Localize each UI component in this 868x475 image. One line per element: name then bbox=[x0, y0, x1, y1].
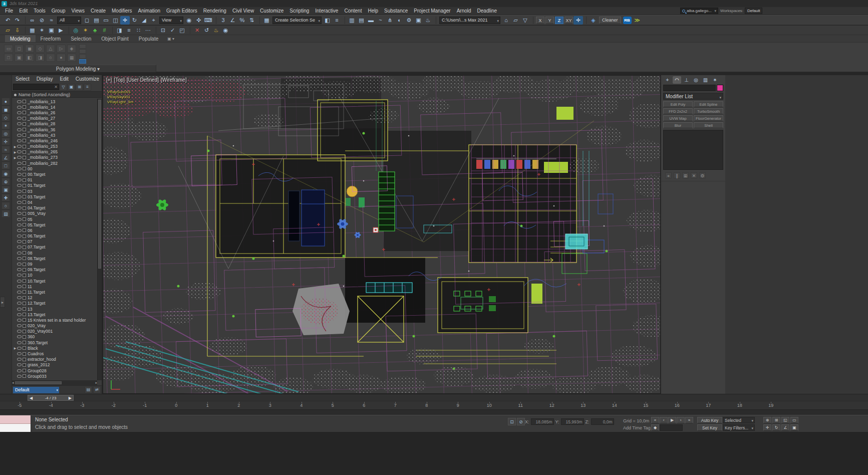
select-and-manipulate-icon[interactable]: ✜ bbox=[194, 16, 203, 25]
project-folder-icon[interactable]: ⌂ bbox=[501, 16, 511, 25]
menu-item[interactable]: Graph Editors bbox=[163, 7, 200, 15]
scene-object-row[interactable]: ▶ Black bbox=[12, 345, 97, 351]
object-name-field[interactable] bbox=[663, 85, 716, 91]
visibility-eye-icon[interactable] bbox=[17, 319, 22, 322]
visibility-eye-icon[interactable] bbox=[17, 218, 22, 221]
remove-modifier-icon[interactable]: ✕ bbox=[691, 172, 697, 178]
display-panel-toggle-icon[interactable]: ▤ bbox=[85, 386, 92, 393]
display-geometry-icon[interactable]: ◼ bbox=[2, 106, 10, 113]
scene-object-row[interactable]: 020_Vray bbox=[12, 323, 97, 329]
modify-tab-icon[interactable]: ◠ bbox=[673, 76, 681, 84]
add-time-tag[interactable]: Add Time Tag bbox=[623, 425, 651, 430]
scene-object-row[interactable]: _mobiliario_14 bbox=[12, 104, 97, 110]
pin-stack-icon[interactable]: ⌖ bbox=[665, 172, 672, 178]
expand-arrow-icon[interactable]: ▶ bbox=[13, 145, 17, 148]
schematic-view-icon[interactable]: ⋔ bbox=[385, 16, 395, 25]
visibility-eye-icon[interactable] bbox=[17, 363, 22, 366]
subobject-level-icon[interactable] bbox=[79, 49, 86, 54]
visibility-eye-icon[interactable] bbox=[17, 223, 22, 226]
scroll-right-icon[interactable]: ▸ bbox=[95, 381, 97, 385]
scene-object-row[interactable]: Group033 bbox=[12, 373, 97, 379]
scene-object-row[interactable]: Group028 bbox=[12, 368, 97, 373]
expand-arrow-icon[interactable]: ▶ bbox=[13, 150, 17, 154]
scene-object-row[interactable]: 00.Target bbox=[12, 171, 97, 177]
window-crossing-toggle-icon[interactable]: ◫ bbox=[111, 16, 120, 25]
visibility-eye-icon[interactable] bbox=[17, 145, 22, 148]
undo-icon[interactable]: ↶ bbox=[3, 16, 13, 25]
go-to-start-button[interactable]: « bbox=[651, 417, 659, 423]
curve-editor-icon[interactable]: ~ bbox=[376, 16, 385, 25]
render-setup-icon[interactable]: ⚙ bbox=[404, 16, 414, 25]
visibility-eye-icon[interactable] bbox=[17, 296, 22, 299]
modifier-set-button[interactable]: Shell bbox=[694, 122, 723, 128]
scene-object-row[interactable]: 00 bbox=[12, 166, 97, 171]
scene-object-row[interactable]: 05.Target bbox=[12, 222, 97, 227]
menu-item[interactable]: Tools bbox=[31, 7, 48, 15]
select-by-name-icon[interactable]: ▤ bbox=[92, 16, 101, 25]
keyboard-shortcut-override-icon[interactable]: ⌨ bbox=[203, 16, 213, 25]
railclone-icon[interactable]: # bbox=[100, 26, 109, 35]
visibility-eye-icon[interactable] bbox=[17, 308, 22, 311]
purge-scene-icon[interactable]: ✕ bbox=[192, 26, 202, 35]
visibility-eye-icon[interactable] bbox=[17, 134, 22, 137]
redo-icon[interactable]: ↷ bbox=[13, 16, 22, 25]
scene-object-row[interactable]: _mobiliario_26 bbox=[12, 110, 97, 115]
key-mode-dropdown[interactable]: Selected bbox=[723, 417, 755, 423]
modifier-set-button[interactable]: Blur bbox=[663, 122, 693, 128]
scrollbar-thumb[interactable] bbox=[98, 100, 101, 269]
sync-selection-icon[interactable]: ⇄ bbox=[93, 386, 101, 393]
unlink-selection-icon[interactable]: ⊘ bbox=[37, 16, 47, 25]
scene-object-row[interactable]: ▶ _mobiliario_253 bbox=[12, 144, 97, 149]
visibility-eye-icon[interactable] bbox=[17, 167, 22, 170]
ribbon-tab[interactable]: Modeling bbox=[5, 35, 36, 42]
menu-item[interactable]: Help bbox=[365, 7, 381, 15]
visibility-eye-icon[interactable] bbox=[17, 156, 22, 159]
zoom-all-icon[interactable]: ⊞ bbox=[772, 417, 780, 423]
scene-object-row[interactable]: 08 bbox=[12, 250, 97, 256]
explorer-horizontal-scrollbar[interactable]: ◂▸ bbox=[12, 380, 97, 385]
modifier-set-button[interactable]: TurboSmooth bbox=[694, 108, 723, 114]
explorer-menu-item[interactable]: Edit bbox=[57, 75, 72, 83]
vray-camera-icon[interactable]: ◎ bbox=[71, 26, 81, 35]
scene-object-row[interactable]: 05 bbox=[12, 216, 97, 222]
display-groups-icon[interactable]: ▣ bbox=[2, 186, 10, 193]
y-coordinate-field[interactable]: 15,993m bbox=[561, 418, 584, 425]
restrict-to-y-icon[interactable]: Y bbox=[545, 17, 554, 24]
open-folder-icon[interactable]: ▱ bbox=[3, 26, 13, 35]
modifier-stack-list[interactable] bbox=[663, 130, 723, 170]
modifier-set-button[interactable]: Edit Poly bbox=[663, 101, 693, 107]
play-button[interactable]: ▶ bbox=[668, 417, 676, 423]
ribbon-tool-icon[interactable]: ◨ bbox=[36, 54, 45, 62]
display-frozen-icon[interactable]: ✚ bbox=[2, 194, 10, 201]
bind-to-space-warp-icon[interactable]: ≈ bbox=[47, 16, 56, 25]
previous-frame-button[interactable]: ‹ bbox=[660, 417, 668, 423]
ribbon-panel-label[interactable]: Polygon Modeling ▾ bbox=[0, 65, 156, 72]
show-end-result-icon[interactable]: ∥ bbox=[674, 172, 680, 178]
hierarchy-tab-icon[interactable]: ⊥ bbox=[682, 76, 691, 84]
restrict-to-x-icon[interactable]: X bbox=[536, 17, 544, 24]
explorer-menu-icon[interactable]: ≡ bbox=[84, 84, 91, 91]
visibility-eye-icon[interactable] bbox=[17, 313, 22, 316]
transform-gizmo-toggle-icon[interactable]: ✛ bbox=[573, 16, 583, 25]
subobject-level-active-icon[interactable] bbox=[79, 59, 86, 64]
scene-object-row[interactable]: 06.Target bbox=[12, 233, 97, 239]
key-mode-toggle[interactable]: ◆ bbox=[651, 424, 659, 431]
viewport-label-segment[interactable]: [+] bbox=[106, 77, 112, 83]
modifier-set-button[interactable]: Edit Spline bbox=[694, 101, 723, 107]
ribbon-tab[interactable]: Object Paint bbox=[96, 35, 133, 42]
scene-object-row[interactable]: _mobiliario_28 bbox=[12, 121, 97, 127]
scene-object-row[interactable]: 07.Target bbox=[12, 245, 97, 250]
visibility-eye-icon[interactable] bbox=[17, 352, 22, 355]
selection-filter-dropdown[interactable]: All bbox=[57, 17, 81, 24]
scene-object-row[interactable]: _mobiliario_246 bbox=[12, 138, 97, 143]
ribbon-tool-icon[interactable]: ◇ bbox=[36, 45, 45, 53]
object-color-swatch[interactable] bbox=[717, 85, 723, 91]
light-lister-icon[interactable]: ✶ bbox=[37, 26, 47, 35]
asset-library-icon[interactable]: ▱ bbox=[511, 16, 520, 25]
menu-item[interactable]: Group bbox=[49, 7, 69, 15]
scene-object-row[interactable]: 12 bbox=[12, 295, 97, 301]
configure-modifier-sets-icon[interactable]: ⚙ bbox=[699, 172, 706, 178]
isolate-selection-toggle-icon[interactable]: ⊡ bbox=[508, 418, 516, 425]
field-of-view-icon[interactable]: ∠ bbox=[781, 424, 789, 431]
scene-object-row[interactable]: _mobiliario_36 bbox=[12, 127, 97, 132]
